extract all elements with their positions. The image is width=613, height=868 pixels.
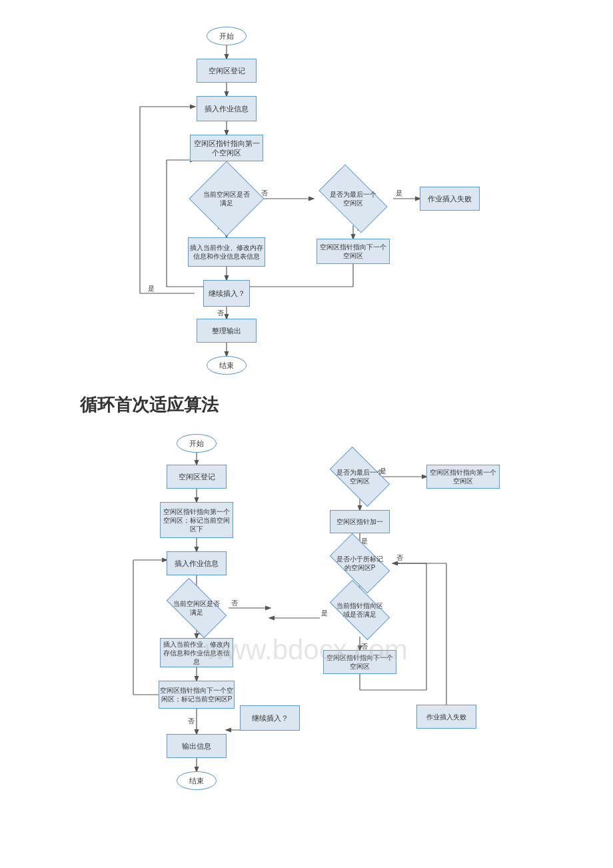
insert-modify-rect-2: 插入当前作业、修改内存信息和作业信息表信息	[160, 638, 233, 667]
svg-text:否: 否	[261, 189, 268, 197]
diamond-satisfied-1: 当前空闲区是否满足	[195, 179, 259, 219]
pointer-next-mark-rect: 空闲区指针指向下一个空闲区；标记当前空闲区P	[159, 681, 235, 709]
diamond-continue-2: 继续插入？	[237, 705, 303, 731]
diamond-continue-1: 继续插入？	[195, 280, 259, 307]
diamond-region-satisfied: 当前指针指向区域是否满足	[326, 593, 393, 627]
pointer-next-rect-1: 空闲区指针指向下一个空闲区	[316, 239, 390, 264]
svg-text:是: 是	[396, 189, 402, 197]
insert-info-rect-1: 插入作业信息	[197, 96, 257, 121]
svg-text:否: 否	[217, 309, 224, 317]
svg-text:否: 否	[396, 554, 403, 561]
diamond-less-p: 是否小于所标记的空闲区P	[326, 547, 393, 580]
insert-info-rect-2: 插入作业信息	[167, 551, 227, 575]
diamond-satisfied-2: 当前空闲区是否满足	[165, 591, 229, 625]
insert-fail-rect-1: 作业插入失败	[420, 187, 480, 211]
diamond-last-2: 是否为最后一个空闲区	[326, 461, 393, 493]
output-info-rect: 输出信息	[167, 734, 227, 758]
pointer-first-mark-rect: 空闲区指针指向第一个空闲区；标记当前空闲区下	[160, 502, 233, 538]
page-container: 是 否 是 否 否 是 开始 空闲区登记 插入作业信息 空闲区指针指向第一个空闲…	[0, 0, 613, 868]
pointer-next-rect-2: 空闲区指针指向下一个空闲区	[323, 650, 396, 674]
svg-text:否: 否	[188, 717, 195, 725]
organize-output-rect-1: 整理输出	[197, 319, 257, 343]
end-oval-2: 结束	[177, 771, 217, 790]
diamond-last-1: 是否为最后一个空闲区	[313, 179, 393, 219]
pointer-first-rect-1: 空闲区指针指向第一个空闲区	[190, 135, 263, 161]
register-rect-1: 空闲区登记	[197, 59, 257, 83]
section-title: 循环首次适应算法	[80, 393, 219, 417]
start-oval-2: 开始	[177, 434, 217, 453]
svg-text:否: 否	[231, 599, 238, 607]
insert-fail-rect-2: 作业插入失败	[416, 705, 476, 729]
flowchart1: 是 否 是 否 否 是 开始 空闲区登记 插入作业信息 空闲区指针指向第一个空闲…	[73, 13, 540, 387]
insert-modify-rect-1: 插入当前作业、修改内存信息和作业信息表信息	[188, 237, 265, 267]
end-oval-1: 结束	[207, 356, 247, 375]
start-oval-1: 开始	[207, 27, 247, 45]
pointer-first-rect-2: 空闲区指针指向第一个空闲区	[426, 465, 500, 489]
flowchart2: www.bdocx.com	[73, 423, 540, 868]
svg-text:是: 是	[148, 285, 155, 292]
pointer-add1-rect: 空闲区指针加一	[330, 510, 390, 533]
svg-text:否: 否	[361, 643, 368, 650]
register-rect-2: 空闲区登记	[167, 465, 227, 489]
